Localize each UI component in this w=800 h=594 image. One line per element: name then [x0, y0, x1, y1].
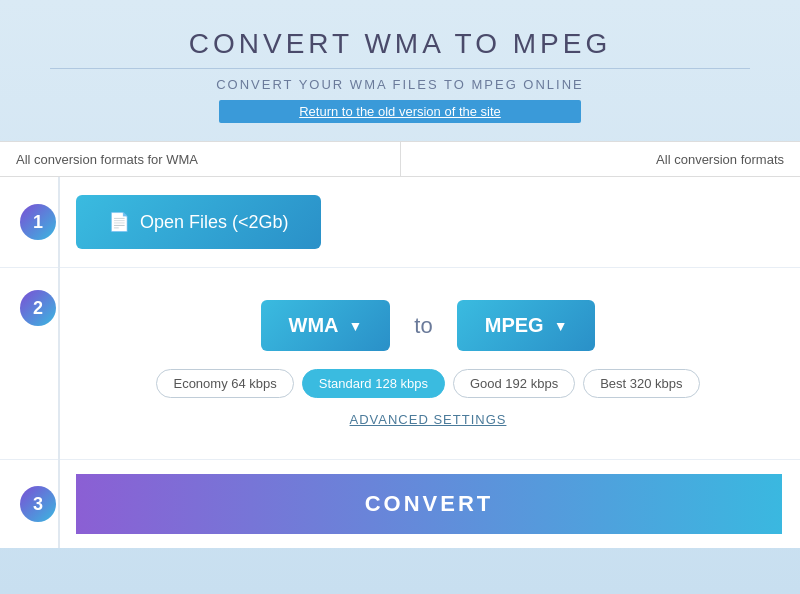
advanced-settings-link[interactable]: ADVANCED SETTINGS [350, 412, 507, 427]
quality-options-row: Economy 64 kbps Standard 128 kbps Good 1… [156, 369, 699, 398]
step-1-badge: 1 [20, 204, 56, 240]
to-format-button[interactable]: MPEG ▼ [457, 300, 596, 351]
quality-standard-button[interactable]: Standard 128 kbps [302, 369, 445, 398]
file-icon: 📄 [108, 211, 130, 233]
old-version-link[interactable]: Return to the old version of the site [219, 100, 581, 123]
quality-good-button[interactable]: Good 192 kbps [453, 369, 575, 398]
quality-economy-button[interactable]: Economy 64 kbps [156, 369, 293, 398]
page-title: CONVERT WMA TO MPEG [20, 28, 780, 60]
nav-bar: All conversion formats for WMA All conve… [0, 141, 800, 177]
to-format-label: MPEG [485, 314, 544, 337]
from-format-arrow-icon: ▼ [349, 318, 363, 334]
format-row: WMA ▼ to MPEG ▼ [261, 300, 596, 351]
open-files-label: Open Files (<2Gb) [140, 212, 289, 233]
step-3-badge: 3 [20, 486, 56, 522]
nav-right-label[interactable]: All conversion formats [401, 152, 801, 167]
nav-left-label[interactable]: All conversion formats for WMA [0, 152, 400, 167]
header-divider [50, 68, 750, 69]
step-3-row: 3 CONVERT [0, 460, 800, 548]
step-2-content: WMA ▼ to MPEG ▼ Economy 64 kbps Standard… [76, 290, 780, 437]
to-text: to [414, 313, 432, 339]
convert-button[interactable]: CONVERT [76, 474, 782, 534]
header: CONVERT WMA TO MPEG CONVERT YOUR WMA FIL… [0, 0, 800, 133]
from-format-label: WMA [289, 314, 339, 337]
step-1-row: 1 📄 Open Files (<2Gb) [0, 177, 800, 268]
quality-best-button[interactable]: Best 320 kbps [583, 369, 699, 398]
step-2-row: 2 WMA ▼ to MPEG ▼ Economy 64 kbps Standa… [0, 268, 800, 460]
converter-container: 1 📄 Open Files (<2Gb) 2 WMA ▼ to MPEG ▼ [0, 177, 800, 548]
to-format-arrow-icon: ▼ [554, 318, 568, 334]
open-files-button[interactable]: 📄 Open Files (<2Gb) [76, 195, 321, 249]
step-3-content: CONVERT [76, 474, 782, 534]
step-2-badge: 2 [20, 290, 56, 326]
from-format-button[interactable]: WMA ▼ [261, 300, 391, 351]
step-1-content: 📄 Open Files (<2Gb) [76, 195, 780, 249]
page-subtitle: CONVERT YOUR WMA FILES TO MPEG ONLINE [20, 77, 780, 92]
